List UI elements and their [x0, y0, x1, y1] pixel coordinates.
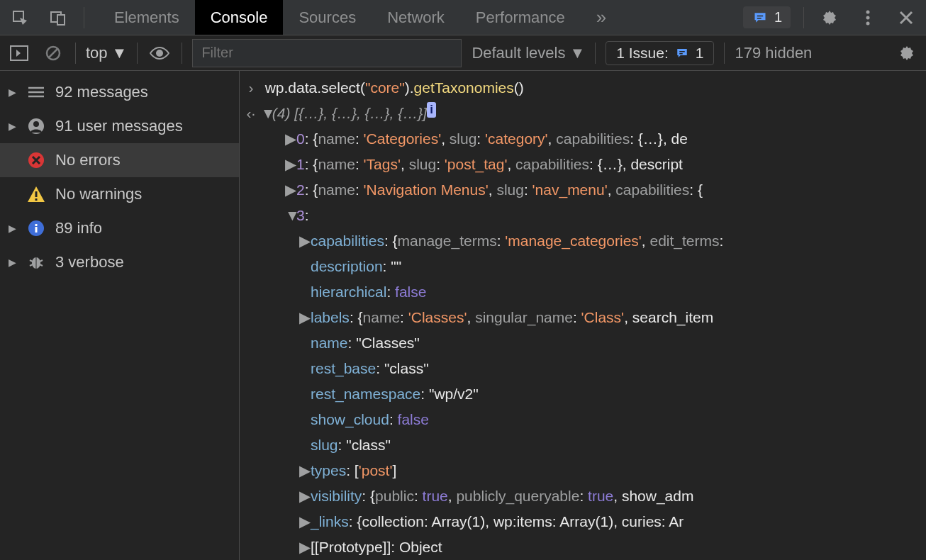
caret-right-icon: ▶	[7, 86, 17, 98]
array-item-1[interactable]: ▶1: {name: 'Tags', slug: 'post_tag', cap…	[240, 152, 926, 177]
divider	[724, 43, 725, 64]
sidebar-messages[interactable]: ▶ 92 messages	[0, 75, 239, 109]
prop-labels[interactable]: ▶labels: {name: 'Classes', singular_name…	[240, 305, 926, 330]
clear-console-icon[interactable]	[41, 41, 65, 65]
prop-slug: slug: "class"	[240, 432, 926, 458]
code-token: "core"	[365, 77, 405, 99]
svg-line-36	[30, 264, 33, 266]
svg-rect-17	[679, 53, 683, 55]
tab-sources[interactable]: Sources	[283, 0, 372, 35]
issues-button[interactable]: 1	[743, 6, 791, 28]
prop-value: : "class"	[376, 357, 428, 380]
prop-preview: : ['post']	[346, 459, 396, 482]
sidebar-info[interactable]: ▶ 89 info	[0, 211, 239, 245]
info-badge-icon[interactable]: i	[427, 102, 436, 118]
tab-network[interactable]: Network	[372, 0, 460, 35]
sidebar-errors[interactable]: No errors	[0, 143, 239, 177]
caret-right-icon[interactable]: ▶	[299, 510, 311, 533]
svg-rect-2	[57, 15, 65, 25]
kebab-menu-icon[interactable]	[855, 5, 881, 30]
console-settings-icon[interactable]	[895, 41, 919, 65]
caret-right-icon: ▶	[7, 223, 17, 234]
item-index: 3	[296, 204, 305, 227]
prop-rest-base: rest_base: "class"	[240, 356, 926, 381]
issue-count: 1	[696, 45, 704, 62]
sidebar-warnings[interactable]: No warnings	[0, 177, 239, 211]
array-item-0[interactable]: ▶0: {name: 'Categories', slug: 'category…	[240, 126, 926, 152]
caret-right-icon[interactable]: ▶	[299, 306, 311, 329]
sidebar-user-messages[interactable]: ▶ 91 user messages	[0, 109, 239, 143]
error-icon	[27, 151, 45, 169]
svg-rect-28	[35, 198, 38, 201]
caret-right-icon[interactable]: ▶	[299, 536, 311, 559]
issues-icon	[674, 47, 690, 60]
prop-prototype-object[interactable]: ▶[[Prototype]]: Object	[240, 534, 926, 560]
user-icon	[27, 117, 45, 135]
caret-right-icon[interactable]: ▶	[285, 179, 296, 201]
prop-key: rest_base	[311, 357, 376, 380]
tab-console[interactable]: Console	[195, 0, 284, 35]
hidden-count[interactable]: 179 hidden	[735, 44, 812, 62]
log-levels-selector[interactable]: Default levels ▼	[472, 44, 585, 62]
item-preview: : {name: 'Navigation Menus', slug: 'nav_…	[305, 179, 703, 201]
tabs-overflow-icon[interactable]: »	[581, 0, 622, 35]
info-icon	[27, 219, 45, 237]
svg-rect-31	[35, 224, 38, 226]
prop-value: false	[398, 408, 429, 431]
caret-right-icon: ▶	[7, 121, 17, 132]
caret-right-icon[interactable]: ▶	[299, 230, 311, 252]
caret-right-icon[interactable]: ▶	[285, 128, 296, 150]
prop-key: _links	[311, 510, 349, 533]
prop-colon: :	[386, 281, 395, 303]
prop-key: slug	[311, 434, 338, 457]
caret-down-icon[interactable]: ▼	[285, 204, 296, 227]
inspect-icon[interactable]	[7, 5, 33, 30]
tab-performance[interactable]: Performance	[460, 0, 581, 35]
caret-down-icon[interactable]: ▼	[261, 102, 272, 125]
divider	[84, 7, 84, 28]
divider	[75, 43, 76, 64]
prop-value: false	[395, 281, 426, 303]
svg-rect-4	[757, 18, 762, 19]
svg-line-37	[40, 264, 43, 266]
filter-input[interactable]	[192, 39, 462, 67]
prop-key: capabilities	[311, 230, 384, 252]
sidebar-verbose[interactable]: ▶ 3 verbose	[0, 245, 239, 279]
chevron-down-icon: ▼	[112, 44, 128, 62]
array-preview: [{…}, {…}, {…}, {…}]	[291, 102, 428, 125]
context-selector[interactable]: top ▼	[86, 44, 127, 62]
prop-key: name	[311, 332, 348, 354]
prop-description: description: ""	[240, 254, 926, 279]
item-preview: : {name: 'Categories', slug: 'category',…	[305, 128, 688, 150]
close-devtools-icon[interactable]	[893, 5, 919, 30]
svg-line-35	[40, 260, 43, 262]
caret-right-icon[interactable]: ▶	[299, 485, 311, 508]
sidebar-warnings-label: No warnings	[55, 185, 142, 203]
prop-rest-namespace: rest_namespace: "wp/v2"	[240, 381, 926, 407]
sidebar-toggle-icon[interactable]	[7, 41, 31, 65]
prop-key: description	[311, 255, 383, 278]
device-toggle-icon[interactable]	[45, 5, 71, 30]
bug-icon	[27, 253, 45, 271]
caret-right-icon[interactable]: ▶	[299, 459, 311, 482]
divider	[182, 43, 182, 64]
issue-counter[interactable]: 1 Issue: 1	[606, 41, 714, 65]
sidebar-messages-label: 92 messages	[55, 83, 148, 101]
settings-icon[interactable]	[817, 5, 842, 30]
caret-right-icon[interactable]: ▶	[285, 153, 296, 176]
code-token: getTaxonomies	[414, 77, 514, 99]
prop-capabilities[interactable]: ▶capabilities: {manage_terms: 'manage_ca…	[240, 228, 926, 254]
tab-elements[interactable]: Elements	[99, 0, 195, 35]
live-expression-icon[interactable]	[147, 41, 172, 65]
prop-visibility[interactable]: ▶visibility: {public: true, publicly_que…	[240, 483, 926, 509]
result-header[interactable]: ‹· ▼(4) [{…}, {…}, {…}, {…}] i	[240, 101, 926, 126]
context-label: top	[86, 44, 108, 62]
sidebar-errors-label: No errors	[55, 151, 121, 169]
prop-links[interactable]: ▶_links: {collection: Array(1), wp:items…	[240, 509, 926, 534]
prop-types[interactable]: ▶types: ['post']	[240, 458, 926, 483]
array-item-3[interactable]: ▼3:	[240, 203, 926, 228]
input-caret-icon: ›	[245, 77, 257, 99]
array-item-2[interactable]: ▶2: {name: 'Navigation Menus', slug: 'na…	[240, 177, 926, 203]
console-toolbar: top ▼ Default levels ▼ 1 Issue: 1 179 hi…	[0, 35, 926, 71]
code-token: ()	[514, 77, 524, 99]
